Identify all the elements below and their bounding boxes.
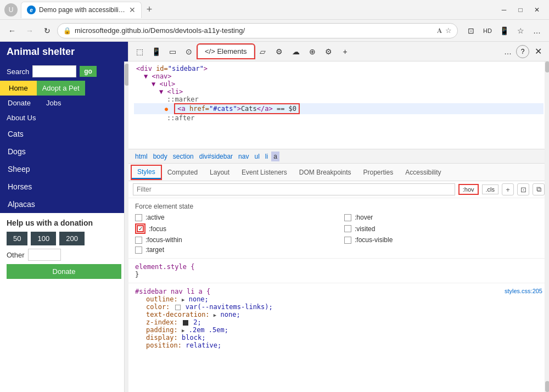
webpage-scrollbar[interactable] [124,61,128,392]
css-prop-outline: outline: ▶ none; [135,295,542,303]
minimize-button[interactable]: ─ [496,2,512,18]
focus-within-checkbox[interactable] [135,237,142,244]
close-devtools-button[interactable]: ✕ [530,44,546,59]
dom-tree[interactable]: <div id="sidebar"> ▼ <nav> ▼ <ul> ▼ <li>… [128,61,549,149]
copy-styles-button[interactable]: ⧉ [533,183,545,195]
cls-button[interactable]: .cls [482,184,499,194]
focus-label: :focus [149,225,166,233]
amount-100-button[interactable]: 100 [31,232,56,245]
jobs-nav-item[interactable]: Jobs [38,96,69,110]
adopt-nav-item[interactable]: Adopt a Pet [37,81,85,96]
focus-visible-checkbox[interactable] [344,237,351,244]
console-button[interactable]: ▱ [255,44,271,59]
state-active: :active [135,214,333,221]
tab-accessibility[interactable]: Accessibility [400,166,446,178]
home-nav-item[interactable]: Home [0,81,37,96]
go-button[interactable]: go [80,66,97,77]
search-input[interactable] [32,65,76,77]
active-checkbox[interactable] [135,214,142,221]
breadcrumb-body[interactable]: body [151,152,170,161]
main-area: Animal shelter Search go Home Adopt a Pe… [0,42,549,392]
more-tools-button[interactable]: … [529,23,545,38]
breadcrumb-section[interactable]: section [171,152,196,161]
help-button[interactable]: ? [516,45,529,58]
breadcrumb-bar: html body section div#sidebar nav ul li … [128,149,549,164]
force-state-title: Force element state [135,203,542,210]
memory-button[interactable]: ⚙ [321,44,337,59]
breadcrumb-ul[interactable]: ul [252,152,261,161]
amount-50-button[interactable]: 50 [7,232,27,245]
reader-mode-icon[interactable]: 𝐀 [437,26,442,35]
url-bar[interactable]: 🔒 microsoftedge.github.io/Demos/devtools… [57,23,458,38]
reload-button[interactable]: ↻ [40,23,55,38]
sheep-link[interactable]: Sheep [0,160,128,178]
sidebar-selector[interactable]: #sidebar nav li a { [135,288,210,295]
application-button[interactable]: + [338,44,353,59]
favorites-button[interactable]: ☆ [513,23,528,38]
breadcrumb-a[interactable]: a [271,152,279,161]
focus-mode-button[interactable]: ⊙ [181,44,197,59]
tab-layout[interactable]: Layout [204,166,235,178]
close-button[interactable]: ✕ [529,2,545,18]
forward-button[interactable]: → [22,23,37,38]
performance-button[interactable]: ⊕ [305,44,320,59]
target-checkbox[interactable] [135,247,142,254]
inspect-element-button[interactable]: ⬚ [132,44,147,59]
new-tab-button[interactable]: + [142,2,157,18]
toggle-element-state-button[interactable]: ⊡ [517,183,529,195]
sources-button[interactable]: ⚙ [272,44,287,59]
user-avatar[interactable]: U [4,3,18,16]
alpacas-link[interactable]: Alpacas [0,195,128,213]
network-button[interactable]: ☁ [288,44,304,59]
webpage-scroll[interactable]: Animal shelter Search go Home Adopt a Pe… [0,42,128,392]
back-button[interactable]: ← [4,23,20,38]
breadcrumb-li[interactable]: li [263,152,270,161]
favorites-icon[interactable]: ☆ [445,26,452,35]
amount-200-button[interactable]: 200 [59,232,85,245]
lock-icon: 🔒 [63,27,71,35]
tab-styles[interactable]: Styles [132,166,161,179]
more-tools-devtools-button[interactable]: … [501,47,515,56]
dom-line-selected[interactable]: ● <a href="#cats">Cats</a> == $0 [134,103,544,114]
tab-event-listeners[interactable]: Event Listeners [236,166,293,178]
active-tab[interactable]: e Demo page with accessibility iss ✕ [21,2,142,18]
reading-list-button[interactable]: 📱 [496,23,512,38]
device-emulation-button[interactable]: 📱 [148,44,164,59]
focus-checkbox[interactable] [137,225,144,232]
immersive-reader-button[interactable]: HD [480,23,495,38]
visited-checkbox[interactable] [344,225,351,232]
z-index-swatch [183,320,188,326]
breadcrumb-div-sidebar[interactable]: div#sidebar [197,152,235,161]
other-label: Other [7,251,25,259]
add-style-rule-button[interactable]: + [502,183,514,195]
tab-computed[interactable]: Computed [162,166,203,178]
other-amount-input[interactable] [28,249,61,261]
elements-panel-tab[interactable]: </> Elements [198,44,254,58]
tab-close-button[interactable]: ✕ [129,5,136,14]
styles-css-link[interactable]: styles.css:205 [505,288,542,294]
horses-link[interactable]: Horses [0,178,128,195]
donate-nav-item[interactable]: Donate [0,96,38,110]
devtools-scrollbar[interactable] [545,61,549,392]
css-prop-padding: padding: ▶ .2em .5em; [135,326,542,334]
css-prop-text-decoration: text-decoration: ▶ none; [135,311,542,318]
focus-check-wrapper [135,223,145,234]
maximize-button[interactable]: □ [513,2,528,18]
styles-filter-input[interactable] [133,183,455,195]
dogs-link[interactable]: Dogs [0,143,128,160]
split-screen-button[interactable]: ⊡ [463,23,479,38]
shelter-nav: Home Adopt a Pet Donate Jobs About Us [0,81,128,125]
hov-button[interactable]: :hov [458,184,479,195]
hover-label: :hover [355,214,373,221]
cats-link[interactable]: Cats [0,125,128,143]
tab-dom-breakpoints[interactable]: DOM Breakpoints [294,166,357,178]
donate-submit-button[interactable]: Donate [7,264,121,279]
tab-properties[interactable]: Properties [358,166,399,178]
breadcrumb-html[interactable]: html [133,152,150,161]
donation-amounts: 50 100 200 [7,232,121,245]
screen-capture-button[interactable]: ▭ [165,44,180,59]
about-nav-item[interactable]: About Us [0,110,128,125]
breadcrumb-nav[interactable]: nav [236,152,251,161]
tab-title: Demo page with accessibility iss [39,6,126,14]
hover-checkbox[interactable] [344,214,351,221]
